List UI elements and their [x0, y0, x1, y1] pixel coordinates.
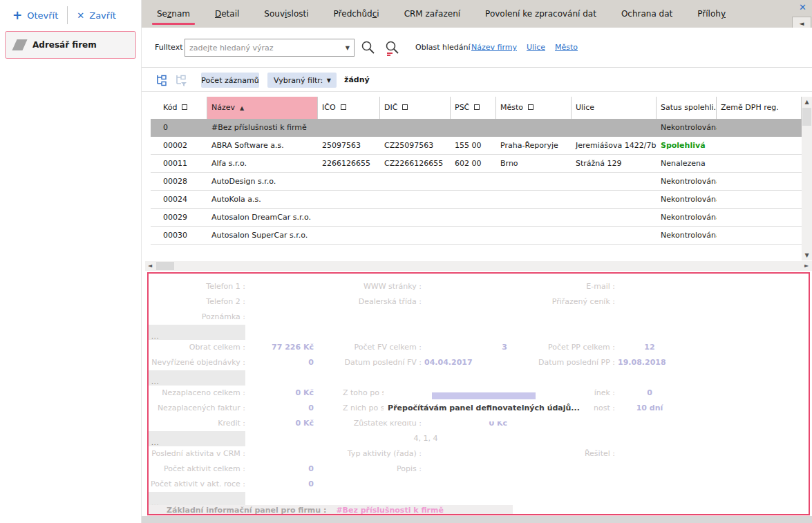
search-icon[interactable] — [360, 39, 377, 58]
cell — [496, 173, 572, 190]
table-row-00002[interactable]: 00002ABRA Software a.s.25097563CZ2509756… — [151, 137, 802, 155]
column-header-satus-spolehli[interactable]: Satus spolehli... — [657, 97, 717, 119]
selected-filter-dropdown[interactable]: Vybraný filtr: ▼ — [267, 73, 337, 88]
cell — [717, 227, 802, 244]
column-header-di[interactable]: DIČ — [380, 97, 451, 119]
recalc-overlay: Přepočítávám panel definovatelných údajů… — [384, 390, 584, 421]
collapsed-group-bar[interactable]: ... — [149, 431, 245, 446]
column-header-ps[interactable]: PSČ — [451, 97, 496, 119]
column-header-zem-dph-reg[interactable]: Země DPH reg. — [717, 97, 802, 119]
close-button[interactable]: ✕ Zavřít — [77, 10, 116, 21]
column-header-i-o[interactable]: IČO — [318, 97, 380, 119]
scope-link-n-zev-firmy[interactable]: Název firmy — [471, 43, 517, 52]
column-filter-checkbox[interactable] — [402, 104, 408, 110]
panel-field-value — [615, 446, 684, 462]
panel-field-row: Telefon 1 :WWW stránky :E-mail : — [149, 279, 809, 294]
cell — [717, 137, 802, 154]
panel-field-label: Kredit : — [149, 416, 245, 431]
panel-field-value: 0 — [245, 401, 318, 416]
panel-field-label — [318, 477, 422, 492]
column-filter-checkbox[interactable] — [474, 104, 480, 110]
scroll-right-button[interactable]: ► — [802, 261, 811, 271]
tab-povolen-ke-zpracov-n-dat[interactable]: Povolení ke zpracování dat — [473, 0, 609, 28]
cell: 2266126655 — [318, 155, 380, 172]
cell: Nekontrolována — [657, 227, 717, 244]
vertical-scrollbar[interactable]: ▲ ▼ — [802, 97, 812, 260]
horizontal-scroll-thumb[interactable] — [156, 262, 174, 270]
panel-field-value — [615, 462, 684, 477]
fulltext-combobox: ▼ — [185, 39, 355, 57]
cell — [717, 155, 802, 172]
fulltext-input[interactable] — [185, 39, 355, 57]
panel-field-label: Poslední aktivita v CRM : — [149, 446, 245, 462]
collapsed-group-bar[interactable]: ... — [149, 370, 245, 386]
panel-field-label — [511, 462, 615, 477]
column-header-ulice[interactable]: Ulice — [572, 97, 657, 119]
collapsed-group-dots: ... — [151, 379, 160, 386]
panel-field-row: Poslední aktivita v CRM :Typ aktivity (ř… — [149, 446, 809, 462]
panel-field-row: Telefon 2 :Dealerská třída :Přiřazený ce… — [149, 294, 809, 310]
panel-field-value — [615, 279, 684, 294]
cell: 00024 — [151, 191, 207, 208]
panel-field-value — [245, 279, 318, 294]
tab-ochrana-dat[interactable]: Ochrana dat — [609, 0, 685, 28]
fulltext-search-icon[interactable] — [384, 39, 401, 58]
cell: AutoKola a.s. — [207, 191, 318, 208]
column-header-k-d[interactable]: Kód — [151, 97, 207, 119]
tab-p-lohy[interactable]: Přílohy — [685, 0, 738, 28]
tree-view-icon[interactable] — [154, 73, 169, 89]
table-row-00029[interactable]: 00029Autosalon DreamCar s.r.o.Nekontrolo… — [151, 209, 802, 227]
column-filter-checkbox[interactable] — [528, 104, 534, 110]
close-view-icon[interactable]: ✕ — [799, 2, 806, 12]
tab-crm-za-azen[interactable]: CRM zařazení — [392, 0, 473, 28]
scroll-left-button[interactable]: ◄ — [145, 261, 155, 271]
collapsed-group-bar[interactable]: ... — [149, 325, 245, 340]
sidebar-actions: + Otevřít ✕ Zavřít — [0, 0, 141, 30]
search-scope-label: Oblast hledání — [415, 43, 471, 52]
definable-fields-panel: Telefon 1 :WWW stránky :E-mail :Telefon … — [147, 272, 810, 515]
panel-field-label: Popis : — [318, 462, 422, 477]
panel-field-value — [422, 294, 511, 310]
table-row-00028[interactable]: 00028AutoDesign s.r.o.Nekontrolována — [151, 173, 802, 191]
cell: 00030 — [151, 227, 207, 244]
column-header-n-zev[interactable]: Název▲ — [207, 97, 318, 119]
column-header-m-sto[interactable]: Město — [496, 97, 572, 119]
cell: CZ2266126655 — [380, 155, 451, 172]
column-filter-checkbox[interactable] — [182, 104, 187, 110]
horizontal-scrollbar[interactable]: ◄ ► — [145, 261, 812, 271]
panel-field-value — [422, 279, 511, 294]
panel-field-value — [615, 477, 684, 492]
tab-strip: SeznamDetailSouvislostiPředchůdciCRM zař… — [142, 0, 812, 28]
scroll-down-button[interactable]: ▼ — [802, 250, 812, 260]
scroll-up-button[interactable]: ▲ — [802, 97, 812, 107]
scope-link-ulice[interactable]: Ulice — [527, 43, 545, 52]
table-row-00030[interactable]: 00030Autosalon SuperCar s.r.o.Nekontrolo… — [151, 227, 802, 245]
sidebar-item-adresar-firem[interactable]: Adresář firem — [5, 31, 136, 59]
panel-field-value: 19.08.2018 — [615, 355, 684, 370]
scope-link-m-sto[interactable]: Město — [555, 43, 578, 52]
tab-souvislosti[interactable]: Souvislosti — [252, 0, 321, 28]
tab-seznam[interactable]: Seznam — [144, 0, 202, 28]
collapsed-group-dots: ... — [151, 439, 160, 446]
tree-filter-icon-disabled — [173, 73, 189, 89]
column-filter-checkbox[interactable] — [341, 104, 346, 110]
record-count-button[interactable]: Počet záznamů — [201, 73, 259, 88]
sidebar: + Otevřít ✕ Zavřít Adresář firem — [0, 0, 142, 523]
cell: Nekontrolována — [657, 119, 717, 136]
panel-field-value: 0 Kč — [245, 386, 318, 401]
panel-field-row: Nevyřízené objednávky :0Datum poslední F… — [149, 355, 809, 370]
tab-p-edch-dci[interactable]: Předchůdci — [321, 0, 392, 28]
tab-detail[interactable]: Detail — [202, 0, 252, 28]
table-row-0[interactable]: 0#Bez příslušnosti k firměNekontrolována — [151, 119, 802, 137]
filter-dropdown-icon: ▼ — [327, 77, 331, 84]
table-row-00024[interactable]: 00024AutoKola a.s.Nekontrolována — [151, 191, 802, 209]
vertical-scroll-thumb[interactable] — [802, 108, 811, 126]
table-row-00011[interactable]: 00011Alfa s.r.o.2266126655CZ226612665560… — [151, 155, 802, 173]
panel-field-label — [318, 310, 422, 325]
cell: Nekontrolována — [657, 209, 717, 226]
cell — [496, 191, 572, 208]
panel-field-value: 10 dní — [615, 401, 684, 416]
cell: Brno — [496, 155, 572, 172]
panel-group-bar-row: ... — [149, 370, 809, 386]
open-button[interactable]: + Otevřít — [12, 10, 58, 21]
